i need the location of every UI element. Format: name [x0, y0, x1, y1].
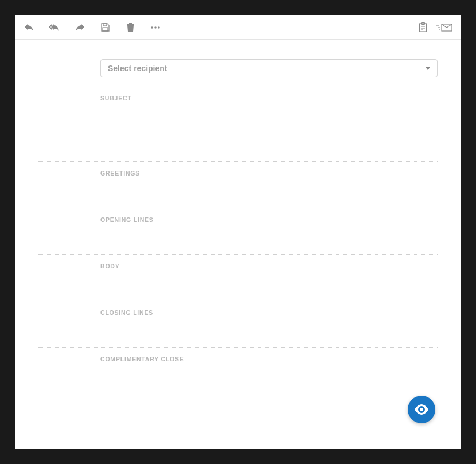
send-button[interactable]: [436, 22, 452, 33]
preview-fab[interactable]: [408, 396, 435, 423]
subject-label: SUBJECT: [100, 95, 438, 102]
more-icon: [151, 26, 160, 29]
send-mail-icon: [436, 24, 452, 32]
svg-rect-1: [103, 28, 108, 31]
save-icon: [101, 23, 110, 32]
more-button[interactable]: [150, 22, 161, 33]
svg-point-4: [158, 26, 160, 29]
forward-icon: [75, 24, 84, 32]
recipient-row: Select recipient: [38, 59, 438, 77]
svg-rect-0: [103, 24, 107, 26]
compose-window: Select recipient SUBJECT GREETINGS OPENI…: [15, 15, 461, 449]
body-section[interactable]: BODY: [38, 255, 438, 301]
toolbar-left-group: [24, 22, 161, 33]
forward-button[interactable]: [74, 22, 85, 33]
caret-down-icon: [426, 67, 430, 70]
svg-point-14: [420, 408, 423, 411]
svg-point-2: [151, 26, 153, 29]
closing-lines-label: CLOSING LINES: [100, 309, 438, 316]
reply-icon: [25, 24, 34, 32]
recipient-placeholder: Select recipient: [108, 64, 167, 73]
greetings-label: GREETINGS: [100, 170, 438, 177]
toolbar-right-group: [417, 22, 452, 33]
reply-all-button[interactable]: [49, 22, 60, 33]
compose-content: Select recipient SUBJECT GREETINGS OPENI…: [15, 40, 461, 362]
delete-button[interactable]: [124, 22, 136, 33]
complimentary-close-label: COMPLIMENTARY CLOSE: [100, 356, 438, 362]
opening-lines-label: OPENING LINES: [100, 216, 438, 223]
clipboard-button[interactable]: [417, 22, 428, 33]
closing-lines-section[interactable]: CLOSING LINES: [38, 301, 438, 347]
complimentary-close-section[interactable]: COMPLIMENTARY CLOSE: [38, 348, 438, 362]
opening-lines-section[interactable]: OPENING LINES: [38, 208, 438, 254]
toolbar: [15, 15, 461, 40]
save-button[interactable]: [99, 22, 111, 33]
svg-point-3: [154, 26, 157, 29]
body-label: BODY: [100, 263, 438, 270]
reply-button[interactable]: [24, 22, 35, 33]
eye-icon: [414, 404, 429, 415]
trash-icon: [127, 23, 134, 32]
greetings-section[interactable]: GREETINGS: [38, 162, 438, 208]
reply-all-icon: [49, 24, 60, 32]
recipient-select[interactable]: Select recipient: [100, 59, 438, 77]
subject-section[interactable]: SUBJECT: [38, 95, 438, 161]
clipboard-icon: [419, 22, 427, 32]
